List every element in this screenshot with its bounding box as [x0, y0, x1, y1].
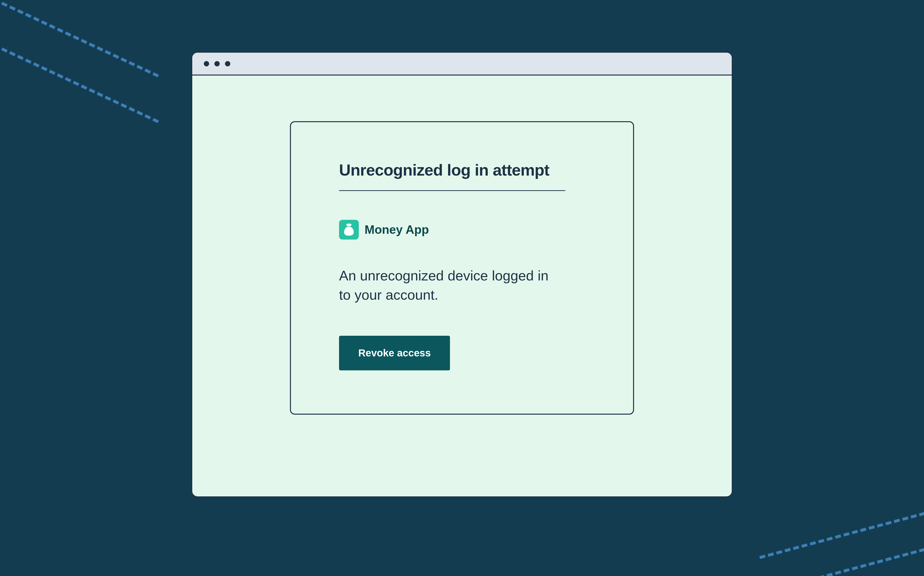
revoke-access-button[interactable]: Revoke access	[339, 336, 450, 370]
browser-content: Unrecognized log in attempt Money App An…	[192, 75, 732, 496]
app-row: Money App	[339, 220, 585, 240]
window-control-dot[interactable]	[215, 61, 220, 66]
alert-card: Unrecognized log in attempt Money App An…	[290, 121, 634, 414]
decorative-dash-line	[759, 494, 924, 559]
alert-message: An unrecognized device logged in to your…	[339, 266, 551, 304]
money-bag-icon	[339, 220, 359, 240]
decorative-dash-line	[0, 29, 159, 123]
window-control-dot[interactable]	[225, 61, 230, 66]
decorative-dash-line	[0, 0, 159, 77]
browser-titlebar	[192, 53, 732, 75]
app-name: Money App	[365, 223, 429, 237]
alert-title: Unrecognized log in attempt	[339, 161, 565, 191]
browser-window: Unrecognized log in attempt Money App An…	[191, 52, 733, 498]
svg-point-0	[346, 224, 352, 226]
window-control-dot[interactable]	[204, 61, 209, 66]
